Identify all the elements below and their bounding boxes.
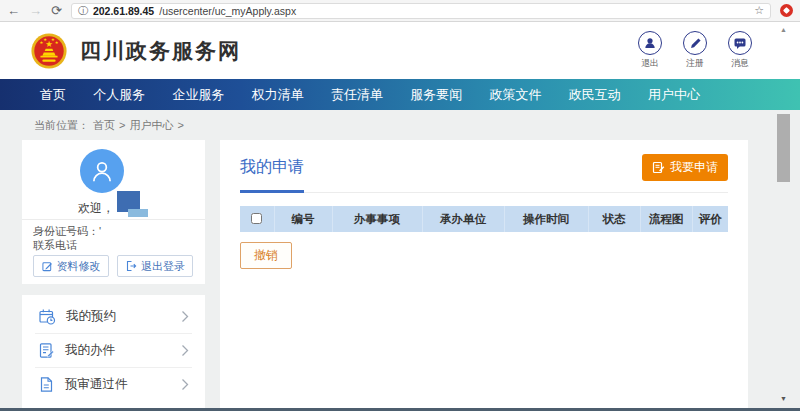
sidebar-item-my-cases[interactable]: 我的办件 [35, 334, 192, 368]
breadcrumb-usercenter-link[interactable]: 用户中心 [129, 118, 173, 133]
browser-reload-button[interactable]: ⟳ [51, 4, 62, 17]
calendar-clock-icon [38, 308, 56, 325]
url-path: /usercenter/uc_myApply.aspx [159, 5, 296, 17]
svg-text:★: ★ [43, 36, 47, 41]
table-column-header: 操作时间 [504, 206, 588, 232]
profile-panel: 欢迎， 身份证号码：' 联系电话 资料修改 [22, 140, 205, 284]
sidebar-item-preapproved[interactable]: 预审通过件 [35, 368, 192, 401]
user-avatar [80, 149, 124, 193]
page-title: 我的申请 [240, 157, 304, 178]
divider [22, 219, 205, 220]
browser-forward-button[interactable]: → [29, 4, 42, 17]
nav-item[interactable]: 用户中心 [648, 86, 700, 104]
nav-item[interactable]: 政民互动 [569, 86, 621, 104]
table-column-header: 承办单位 [422, 206, 504, 232]
pencil-icon [683, 31, 707, 55]
breadcrumb: 当前位置： 首页 > 用户中心 > [0, 110, 800, 140]
breadcrumb-home-link[interactable]: 首页 [93, 118, 115, 133]
table-column-header: 流程图 [640, 206, 692, 232]
table-column-header: 编号 [274, 206, 332, 232]
nav-item[interactable]: 企业服务 [173, 86, 225, 104]
edit-profile-button[interactable]: 资料修改 [33, 255, 109, 277]
site-header: ★ ★ ★ ★ ★ 四川政务服务网 [0, 22, 800, 79]
nav-item[interactable]: 权力清单 [252, 86, 304, 104]
nav-item[interactable]: 个人服务 [93, 86, 145, 104]
apply-button[interactable]: 我要申请 [642, 154, 728, 181]
document-icon [38, 376, 55, 393]
address-bar[interactable]: ⓘ 202.61.89.45 /usercenter/uc_myApply.as… [71, 3, 771, 19]
site-title: 四川政务服务网 [80, 37, 241, 65]
edit-icon [42, 261, 53, 272]
logout-icon [125, 260, 137, 272]
national-emblem-logo: ★ ★ ★ ★ ★ [30, 32, 68, 70]
page-info-icon[interactable]: ⓘ [78, 6, 88, 16]
header-actions: 退出 注册 [634, 31, 756, 70]
content-area: 欢迎， 身份证号码：' 联系电话 资料修改 [0, 140, 800, 408]
register-button[interactable]: 注册 [679, 31, 711, 70]
phone-label: 联系电话 [33, 238, 77, 253]
browser-toolbar: ← → ⟳ ⓘ 202.61.89.45 /usercenter/uc_myAp… [0, 0, 800, 22]
left-column: 欢迎， 身份证号码：' 联系电话 资料修改 [22, 140, 205, 408]
breadcrumb-separator: > [177, 119, 183, 131]
scrollbar-thumb[interactable] [777, 114, 790, 182]
nav-item[interactable]: 服务要闻 [410, 86, 462, 104]
url-host: 202.61.89.45 [93, 5, 154, 17]
document-edit-icon [38, 342, 55, 359]
select-all-checkbox[interactable] [251, 213, 262, 224]
browser-back-button[interactable]: ← [7, 4, 20, 17]
screenshot-root: ← → ⟳ ⓘ 202.61.89.45 /usercenter/uc_myAp… [0, 0, 800, 411]
sidebar-menu: 我的预约 我的办件 [22, 295, 205, 408]
revoke-button[interactable]: 撤销 [240, 242, 292, 269]
sidebar-item-my-appointments[interactable]: 我的预约 [35, 300, 192, 334]
message-icon [728, 31, 752, 55]
browser-extension-icon[interactable] [780, 4, 793, 17]
welcome-text: 欢迎， [78, 200, 114, 217]
logout-button[interactable]: 退出 [634, 31, 666, 70]
profile-buttons: 资料修改 退出登录 [33, 255, 193, 277]
breadcrumb-prefix: 当前位置： [34, 118, 89, 133]
chevron-right-icon [181, 378, 189, 391]
chevron-right-icon [181, 344, 189, 357]
nav-item[interactable]: 政策文件 [490, 86, 542, 104]
user-icon [638, 31, 662, 55]
breadcrumb-separator: > [119, 119, 125, 131]
id-number-label: 身份证号码：' [33, 224, 101, 239]
select-all-header [240, 206, 274, 232]
my-applications-panel: 我的申请 我要申请 [220, 140, 748, 408]
messages-button[interactable]: 消息 [724, 31, 756, 70]
scrollbar-up-arrow[interactable]: ▲ [776, 24, 791, 36]
table-column-header: 评价 [692, 206, 728, 232]
apply-doc-icon [652, 161, 665, 174]
logout-session-button[interactable]: 退出登录 [117, 255, 193, 277]
nav-item[interactable]: 责任清单 [331, 86, 383, 104]
redaction-box [128, 209, 148, 217]
title-underline [240, 192, 728, 193]
main-nav: 首页 个人服务 企业服务 权力清单 责任清单 服务要闻 政策文件 政民互动 用户… [0, 79, 800, 110]
nav-item[interactable]: 首页 [40, 86, 66, 104]
chevron-right-icon [181, 310, 189, 323]
applications-table: 编号 办事事项 承办单位 操作时间 状态 流程图 [240, 206, 728, 232]
bookmark-star-icon[interactable]: ☆ [754, 4, 764, 17]
svg-text:★: ★ [55, 40, 59, 45]
webpage: ★ ★ ★ ★ ★ 四川政务服务网 [0, 22, 800, 408]
scrollbar-down-arrow[interactable]: ▼ [776, 393, 791, 405]
table-column-header: 办事事项 [332, 206, 422, 232]
table-column-header: 状态 [588, 206, 640, 232]
